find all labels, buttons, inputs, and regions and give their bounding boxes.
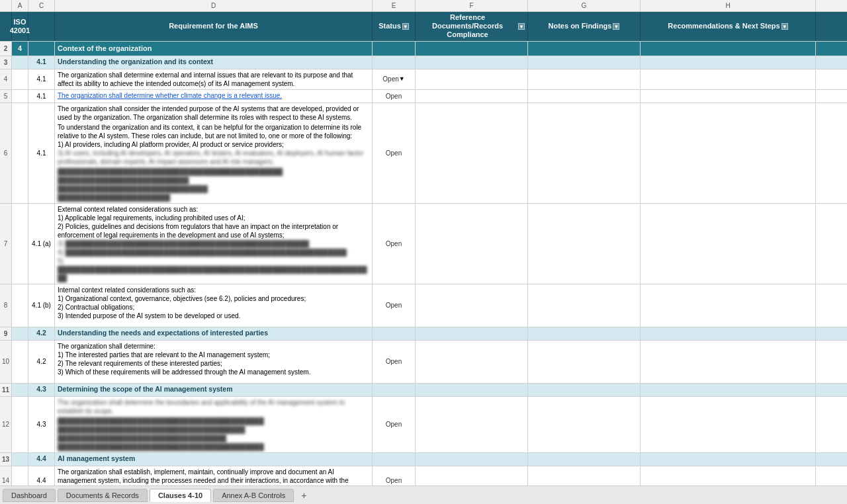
cell-a <box>12 341 28 383</box>
cell-text: AI management system <box>55 453 373 466</box>
cell-ref <box>416 69 528 89</box>
tab-clauses[interactable]: Clauses 4-10 <box>150 489 211 502</box>
cell-notes <box>528 103 641 203</box>
cell-ref <box>416 341 528 383</box>
header-recommendations[interactable]: Recommendations & Next Steps ▼ <box>641 12 816 41</box>
notes-filter-btn[interactable]: ▼ <box>613 23 619 30</box>
tab-dashboard[interactable]: Dashboard <box>3 489 56 502</box>
cell-a <box>12 90 28 103</box>
cell-text: The organization shall establish, implem… <box>55 466 373 485</box>
tab-annex[interactable]: Annex A-B Controls <box>213 489 294 502</box>
cell-clause: 4.1 (a) <box>28 204 55 284</box>
table-row: 13 4.4 AI management system <box>0 453 847 466</box>
corner-cell <box>0 0 12 11</box>
header-status[interactable]: Status ▼ <box>373 12 416 41</box>
cell-status: Open <box>373 341 416 383</box>
cell-status: Open <box>373 103 416 203</box>
col-letter-g: G <box>528 0 641 11</box>
col-letter-d: D <box>55 0 373 11</box>
status-dropdown[interactable]: ▼ <box>399 75 405 83</box>
cell-ref <box>416 90 528 103</box>
cell-status: Open ▼ <box>373 69 416 89</box>
cell-a <box>12 384 28 396</box>
col-letter-h: H <box>641 0 816 11</box>
cell-clause: 4.2 <box>28 327 55 340</box>
cell-status <box>373 384 416 396</box>
col-letter-a: A <box>12 0 28 11</box>
cell-clause: 4.3 <box>28 384 55 396</box>
table-row: 8 4.1 (b) Internal context related consi… <box>0 284 847 327</box>
cell-status <box>373 56 416 69</box>
cell-status: Open <box>373 204 416 284</box>
table-row: 10 4.2 The organization shall determine:… <box>0 341 847 384</box>
col-letter-f: F <box>416 0 528 11</box>
cell-clause: 4.1 <box>28 90 55 103</box>
header-reference[interactable]: Reference Documents/Records Compliance ▼ <box>416 12 528 41</box>
cell-text: The organization shall determine: 1) The… <box>55 341 373 383</box>
cell-c <box>28 42 55 56</box>
table-row: 7 4.1 (a) External context related consi… <box>0 204 847 284</box>
cell-a <box>12 453 28 466</box>
cell-ref <box>416 103 528 203</box>
cell-a <box>12 204 28 284</box>
table-row: 9 4.2 Understanding the needs and expect… <box>0 327 847 341</box>
row-num: 2 <box>0 42 12 56</box>
row-num: 9 <box>0 327 12 340</box>
cell-a: 4 <box>12 42 28 56</box>
row-num: 11 <box>0 384 12 396</box>
header-notes[interactable]: Notes on Findings ▼ <box>528 12 641 41</box>
cell-notes <box>528 204 641 284</box>
cell-recs <box>641 397 816 452</box>
cell-clause: 4.1 <box>28 103 55 203</box>
cell-notes <box>528 466 641 485</box>
add-sheet-button[interactable]: + <box>296 488 312 503</box>
col-letter-e: E <box>373 0 416 11</box>
cell-clause: 4.4 <box>28 466 55 485</box>
cell-status: Open <box>373 397 416 452</box>
tab-documents[interactable]: Documents & Records <box>58 489 148 502</box>
cell-clause: 4.3 <box>28 397 55 452</box>
cell-notes <box>528 284 641 327</box>
cell-a <box>12 56 28 69</box>
cell-ref <box>416 284 528 327</box>
main-header-row: ISO 42001 Requirement for the AIMS Statu… <box>0 12 847 42</box>
cell-recs <box>641 384 816 396</box>
cell-recs <box>641 341 816 383</box>
table-row: 4 4.1 The organization shall determine e… <box>0 69 847 90</box>
cell-recs <box>641 56 816 69</box>
table-row: 6 4.1 The organization shall consider th… <box>0 103 847 204</box>
cell-notes <box>528 90 641 103</box>
cell-notes <box>528 42 641 56</box>
sheet-tabs: Dashboard Documents & Records Clauses 4-… <box>0 485 847 504</box>
cell-recs <box>641 103 816 203</box>
cell-notes <box>528 341 641 383</box>
row-num: 8 <box>0 284 12 327</box>
header-requirement: Requirement for the AIMS <box>55 12 373 41</box>
reference-filter-btn[interactable]: ▼ <box>518 23 525 30</box>
cell-notes <box>528 69 641 89</box>
cell-ref <box>416 42 528 56</box>
table-row: 5 4.1 The organization shall determine w… <box>0 90 847 103</box>
cell-clause: 4.2 <box>28 341 55 383</box>
table-row: 3 4.1 Understanding the organization and… <box>0 56 847 69</box>
cell-clause: 4.1 <box>28 56 55 69</box>
recommendations-filter-btn[interactable]: ▼ <box>781 23 788 30</box>
header-col-c <box>28 12 55 41</box>
row-num: 7 <box>0 204 12 284</box>
table-row: 2 4 Context of the organization <box>0 42 847 56</box>
cell-notes <box>528 56 641 69</box>
cell-text: Understanding the needs and expectations… <box>55 327 373 340</box>
row-num: 3 <box>0 56 12 69</box>
cell-status: Open <box>373 90 416 103</box>
cell-status <box>373 42 416 56</box>
cell-ref <box>416 453 528 466</box>
cell-recs <box>641 42 816 56</box>
row-num: 12 <box>0 397 12 452</box>
cell-recs <box>641 453 816 466</box>
row-num: 5 <box>0 90 12 103</box>
cell-a <box>12 103 28 203</box>
cell-text: The organization shall determine the bou… <box>55 397 373 452</box>
cell-recs <box>641 284 816 327</box>
status-filter-btn[interactable]: ▼ <box>402 23 409 30</box>
table-body: 2 4 Context of the organization 3 4.1 Un… <box>0 42 847 485</box>
